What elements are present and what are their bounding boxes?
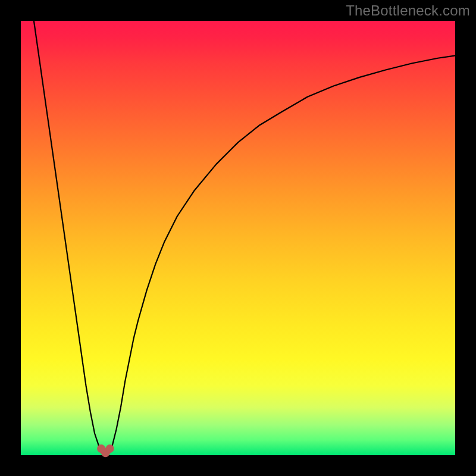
plot-area: [21, 21, 455, 455]
curve-layer: [21, 21, 455, 455]
min-marker-right: [106, 444, 114, 453]
watermark-text: TheBottleneck.com: [346, 2, 470, 19]
min-markers: [97, 444, 114, 457]
bottleneck-curve: [34, 21, 455, 453]
chart-frame: TheBottleneck.com: [0, 0, 476, 476]
